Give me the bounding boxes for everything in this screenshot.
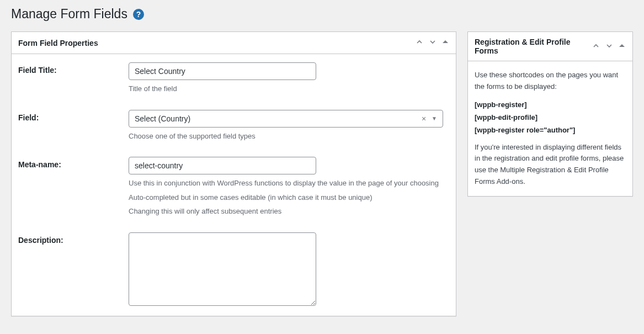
field-title-input[interactable]	[129, 62, 316, 80]
shortcode-edit-profile: [wppb-edit-profile]	[475, 113, 626, 121]
dropdown-arrow-icon: ▼	[432, 115, 437, 121]
field-type-label: Field:	[18, 110, 129, 122]
side-panel-title: Registration & Edit Profile Forms	[468, 32, 590, 61]
move-up-icon[interactable]	[414, 37, 425, 49]
field-type-select[interactable]: Select (Country) × ▼	[129, 110, 443, 128]
meta-name-help3: Changing this will only affect subsequen…	[129, 206, 443, 217]
field-type-help: Choose one of the supported field types	[129, 131, 443, 142]
meta-name-input[interactable]	[129, 157, 316, 174]
move-down-icon[interactable]	[604, 41, 615, 52]
description-label: Description:	[18, 232, 129, 245]
form-field-properties-panel: Form Field Properties	[11, 31, 456, 316]
registration-forms-panel: Registration & Edit Profile Forms	[467, 31, 633, 197]
side-footnote: If you're interested in displaying diffe…	[475, 142, 626, 188]
help-icon[interactable]: ?	[133, 9, 144, 20]
toggle-panel-icon[interactable]	[440, 38, 450, 48]
field-title-help: Title of the field	[129, 83, 443, 94]
clear-select-icon[interactable]: ×	[422, 114, 426, 123]
meta-name-help2: Auto-completed but in some cases editabl…	[129, 192, 443, 203]
shortcode-register-role: [wppb-register role="author"]	[475, 126, 626, 134]
move-down-icon[interactable]	[427, 37, 438, 49]
page-title: Manage Form Fields	[11, 7, 127, 22]
meta-name-label: Meta-name:	[18, 157, 129, 169]
toggle-panel-icon[interactable]	[617, 41, 627, 52]
side-intro: Use these shortcodes on the pages you wa…	[475, 70, 626, 93]
shortcode-register: [wppb-register]	[475, 100, 626, 109]
panel-title: Form Field Properties	[12, 33, 414, 53]
field-title-label: Field Title:	[18, 62, 129, 75]
meta-name-help1: Use this in conjunction with WordPress f…	[129, 178, 443, 189]
field-type-value: Select (Country)	[135, 114, 190, 123]
description-textarea[interactable]	[129, 232, 316, 306]
move-up-icon[interactable]	[590, 41, 602, 52]
